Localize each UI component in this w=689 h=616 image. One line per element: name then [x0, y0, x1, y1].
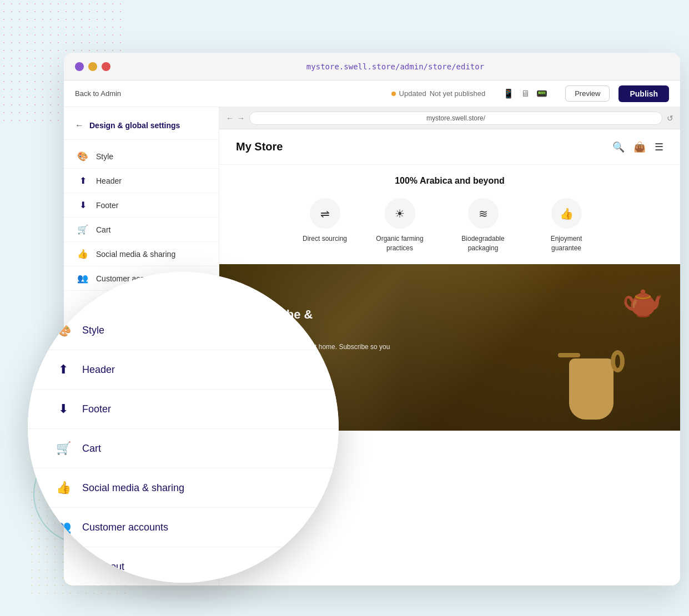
customer-accounts-icon: 👥	[77, 273, 88, 284]
store-hero-subtitle: 100% Arabica and beyond	[219, 165, 680, 193]
window-dot-red[interactable]	[102, 62, 110, 71]
zoomed-item-cart[interactable]: 🛒 Cart	[28, 429, 339, 468]
direct-sourcing-label: Direct sourcing	[303, 234, 347, 244]
sidebar-item-style-label: Style	[96, 152, 113, 161]
zoomed-item-header[interactable]: ⬆ Header	[28, 350, 339, 390]
desktop-icon[interactable]: 🖥	[521, 89, 530, 99]
features-row: ⇌ Direct sourcing ☀ Organic farming prac…	[219, 193, 680, 264]
zoomed-header-icon: ⬆	[56, 362, 71, 377]
zoomed-item-social-media[interactable]: 👍 Social media & sharing	[28, 468, 339, 508]
enjoyment-icon: 👍	[551, 198, 582, 229]
zoomed-sidebar: 🎨 Style ⬆ Header ⬇ Footer 🛒 Cart 👍 Socia…	[28, 272, 339, 583]
zoomed-circle-inner: 🎨 Style ⬆ Header ⬇ Footer 🛒 Cart 👍 Socia…	[28, 272, 339, 583]
sidebar-back-arrow[interactable]: ←	[75, 120, 84, 130]
preview-button[interactable]: Preview	[565, 85, 610, 102]
feature-enjoyment: 👍 Enjoyment guarantee	[536, 198, 597, 253]
zoomed-style-label: Style	[82, 325, 104, 336]
status-not-published: Not yet published	[430, 89, 485, 98]
zoomed-header-label: Header	[82, 364, 115, 376]
sidebar-item-cart[interactable]: 🛒 Cart	[64, 218, 219, 242]
organic-farming-icon: ☀	[385, 198, 415, 229]
zoomed-footer-label: Footer	[82, 403, 111, 415]
social-media-icon: 👍	[77, 249, 88, 259]
address-bar[interactable]: mystore.swell.store/admin/store/editor	[122, 62, 669, 71]
coffee-kettle: 🫖	[622, 281, 663, 320]
direct-sourcing-icon: ⇌	[310, 198, 340, 229]
sidebar-title: Design & global settings	[89, 121, 180, 130]
tablet-icon[interactable]: 📟	[536, 88, 547, 99]
sidebar-item-header[interactable]: ⬆ Header	[64, 169, 219, 193]
coffee-pot-spout	[558, 353, 580, 357]
feature-organic-farming: ☀ Organic farming practices	[369, 198, 430, 253]
sidebar-item-footer-label: Footer	[96, 201, 118, 210]
search-icon[interactable]: 🔍	[612, 141, 625, 153]
biodegradable-icon: ≋	[468, 198, 499, 229]
app-toolbar: Back to Admin Updated Not yet published …	[64, 80, 680, 107]
nav-back-arrow[interactable]: ←	[226, 114, 234, 123]
sidebar-item-footer[interactable]: ⬇ Footer	[64, 193, 219, 218]
nav-arrows: ← →	[226, 114, 245, 123]
zoomed-footer-icon: ⬇	[56, 402, 71, 416]
coffee-pot	[558, 331, 625, 420]
menu-icon[interactable]: ☰	[655, 141, 663, 153]
zoomed-items-padding: 🎨 Style ⬆ Header ⬇ Footer 🛒 Cart 👍 Socia…	[28, 272, 339, 583]
nav-forward-arrow[interactable]: →	[237, 114, 245, 123]
zoomed-style-icon: 🎨	[56, 323, 71, 337]
cart-icon: 🛒	[77, 224, 88, 235]
store-logo: My Store	[236, 140, 283, 153]
sidebar-header: ← Design & global settings	[64, 116, 219, 140]
mobile-icon[interactable]: 📱	[503, 88, 514, 99]
zoomed-item-style[interactable]: 🎨 Style	[28, 311, 339, 350]
zoomed-cart-label: Cart	[82, 443, 101, 455]
sidebar-item-header-label: Header	[96, 176, 122, 185]
organic-farming-label: Organic farming practices	[369, 234, 430, 253]
title-bar: mystore.swell.store/admin/store/editor	[64, 53, 680, 80]
zoomed-customer-label: Customer accounts	[82, 522, 168, 533]
url-bar[interactable]: mystore.swell.store/	[249, 112, 662, 125]
style-icon: 🎨	[77, 151, 88, 161]
publish-button[interactable]: Publish	[618, 85, 669, 102]
footer-icon: ⬇	[77, 200, 88, 210]
sidebar-item-social-label: Social media & sharing	[96, 250, 175, 259]
header-icon: ⬆	[77, 175, 88, 186]
zoomed-cart-icon: 🛒	[56, 441, 71, 456]
zoomed-item-footer[interactable]: ⬇ Footer	[28, 390, 339, 429]
status-updated: Updated	[399, 89, 426, 98]
status-dot	[391, 92, 396, 96]
bag-icon[interactable]: 👜	[633, 141, 646, 153]
coffee-pot-body	[569, 359, 613, 420]
coffee-pot-handle	[611, 350, 625, 372]
browser-nav: ← → mystore.swell.store/ ↺	[219, 107, 680, 129]
back-to-admin-link[interactable]: Back to Admin	[75, 89, 121, 98]
zoomed-social-icon: 👍	[56, 481, 71, 495]
feature-biodegradable: ≋ Biodegradable packaging	[452, 198, 514, 253]
sidebar-item-style[interactable]: 🎨 Style	[64, 144, 219, 169]
store-header-icons: 🔍 👜 ☰	[612, 141, 663, 153]
store-header: My Store 🔍 👜 ☰	[219, 129, 680, 165]
sidebar-item-cart-label: Cart	[96, 225, 110, 234]
enjoyment-label: Enjoyment guarantee	[536, 234, 597, 253]
sidebar-item-social-media[interactable]: 👍 Social media & sharing	[64, 242, 219, 266]
window-dot-purple[interactable]	[75, 62, 84, 71]
device-icons: 📱 🖥 📟	[503, 88, 547, 99]
zoomed-social-label: Social media & sharing	[82, 482, 184, 494]
refresh-button[interactable]: ↺	[667, 114, 673, 123]
status-badge: Updated Not yet published	[391, 89, 486, 98]
window-dot-yellow[interactable]	[88, 62, 97, 71]
window-controls	[75, 62, 110, 71]
feature-direct-sourcing: ⇌ Direct sourcing	[303, 198, 347, 253]
biodegradable-label: Biodegradable packaging	[452, 234, 514, 253]
